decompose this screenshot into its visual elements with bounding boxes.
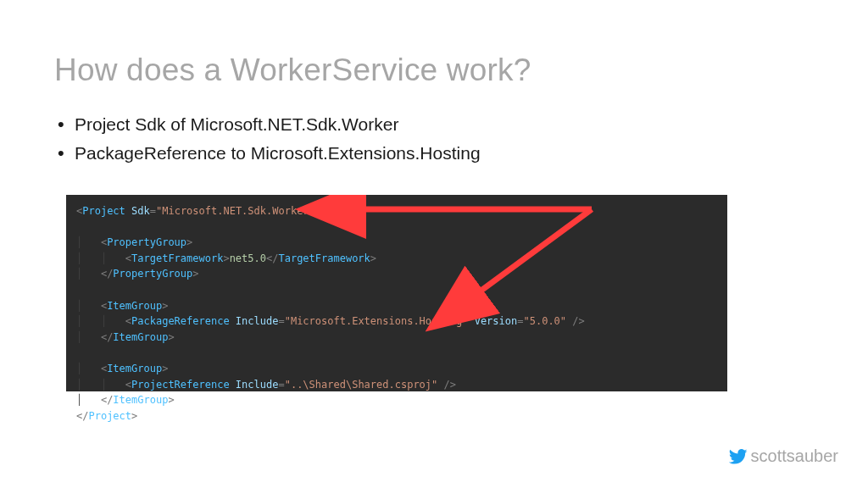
bullet-list: Project Sdk of Microsoft.NET.Sdk.Worker … xyxy=(56,111,481,169)
twitter-icon xyxy=(729,449,748,464)
bullet-item: Project Sdk of Microsoft.NET.Sdk.Worker xyxy=(56,111,481,138)
slide-title: How does a WorkerService work? xyxy=(54,53,531,88)
code-block: <Project Sdk="Microsoft.NET.Sdk.Worker">… xyxy=(66,195,727,391)
bullet-item: PackageReference to Microsoft.Extensions… xyxy=(56,140,481,167)
footer: scottsauber xyxy=(729,446,838,466)
twitter-handle: scottsauber xyxy=(751,446,838,466)
